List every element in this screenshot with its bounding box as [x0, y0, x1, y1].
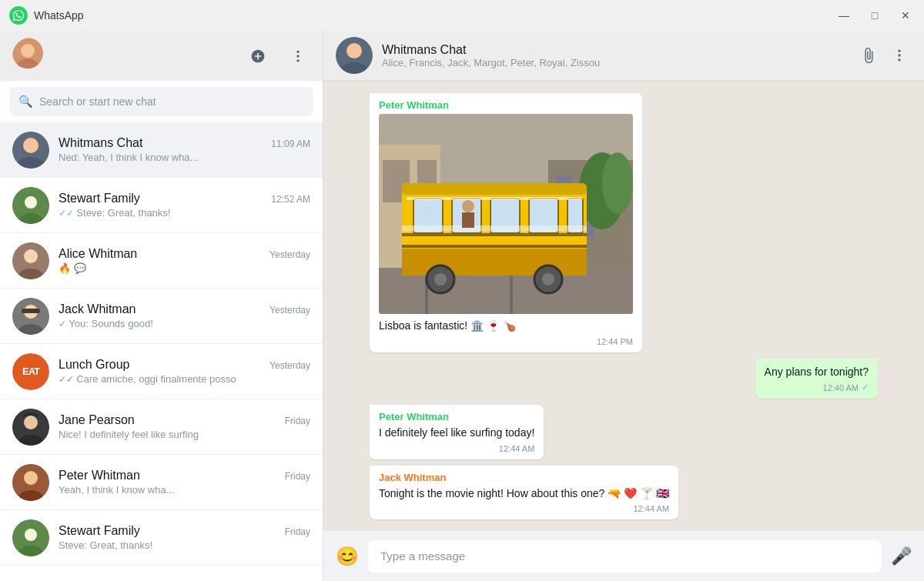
- message-time: 12:40 AM: [823, 383, 859, 392]
- svg-rect-58: [407, 197, 582, 200]
- svg-point-8: [23, 138, 38, 153]
- message-time: 12:44 AM: [499, 444, 534, 453]
- message-sender: Jack Whitman: [379, 472, 669, 483]
- message-text: Any plans for tonight?: [765, 365, 869, 380]
- app-title: WhatsApp: [34, 9, 84, 22]
- chat-header: Whitmans Chat Alice, Francis, Jack, Marg…: [323, 31, 924, 81]
- chat-item-whitmans[interactable]: Whitmans Chat 11:09 AM Ned: Yeah, I thin…: [0, 122, 323, 178]
- minimize-button[interactable]: —: [835, 6, 853, 25]
- chat-panel: Whitmans Chat Alice, Francis, Jack, Marg…: [323, 31, 924, 581]
- svg-rect-67: [462, 212, 474, 228]
- svg-point-5: [296, 55, 299, 57]
- svg-point-0: [9, 6, 28, 25]
- message-footer: 12:44 PM: [379, 337, 633, 346]
- chat-item-jack[interactable]: Jack Whitman Yesterday ✓ You: Sounds goo…: [0, 289, 323, 344]
- chat-avatar: [12, 519, 49, 556]
- messages-area: Peter Whitman: [323, 81, 924, 531]
- chat-avatar: [12, 187, 49, 224]
- message-footer: 12:44 AM: [379, 444, 534, 453]
- new-chat-button[interactable]: [246, 44, 270, 68]
- chat-list: Whitmans Chat 11:09 AM Ned: Yeah, I thin…: [0, 122, 323, 581]
- svg-point-33: [898, 54, 900, 56]
- chat-info: Stewart Family 12:52 AM ✓✓ Steve: Great,…: [59, 192, 310, 219]
- message-text: Lisboa is fantastic! 🏛️ 🍷 🍗: [379, 319, 516, 334]
- svg-rect-65: [402, 225, 587, 232]
- chat-avatar: [12, 132, 49, 169]
- sidebar: 🔍 Whitman: [0, 31, 323, 581]
- chat-header-info: Whitmans Chat Alice, Francis, Jack, Marg…: [382, 43, 847, 68]
- svg-rect-18: [22, 309, 40, 313]
- message-tick: ✓: [862, 382, 869, 392]
- svg-point-64: [542, 273, 554, 285]
- message-sender: Peter Whitman: [379, 411, 534, 422]
- message-time: 12:44 AM: [633, 504, 668, 513]
- message-input[interactable]: [368, 540, 882, 573]
- user-avatar[interactable]: [12, 38, 49, 75]
- chat-item-jane[interactable]: Jane Pearson Friday Nice! I definitely f…: [0, 399, 323, 455]
- chat-info: Alice Whitman Yesterday 🔥 💬: [59, 247, 310, 274]
- chat-info: Stewart Family Friday Steve: Great, than…: [59, 524, 310, 551]
- message-footer: 12:44 AM: [379, 504, 669, 513]
- message-image[interactable]: [379, 114, 633, 314]
- chat-item-peter[interactable]: Peter Whitman Friday Yeah, I think I kno…: [0, 455, 323, 510]
- svg-point-2: [21, 44, 35, 58]
- message-sender: Peter Whitman: [379, 99, 633, 111]
- search-input-wrap: 🔍: [9, 87, 313, 116]
- svg-rect-52: [402, 183, 587, 195]
- single-check: ✓: [59, 319, 69, 329]
- chat-item-stewart[interactable]: Stewart Family 12:52 AM ✓✓ Steve: Great,…: [0, 178, 323, 233]
- svg-rect-60: [402, 245, 587, 248]
- chat-avatar: [12, 464, 49, 501]
- menu-button[interactable]: [286, 44, 310, 68]
- close-button[interactable]: ✕: [896, 6, 915, 25]
- microphone-button[interactable]: 🎤: [891, 546, 912, 566]
- svg-point-49: [602, 152, 633, 214]
- svg-point-21: [24, 416, 38, 429]
- svg-point-11: [25, 196, 37, 209]
- input-bar: 😊 🎤: [323, 531, 924, 581]
- chat-menu-button[interactable]: [887, 43, 912, 68]
- message-bubble: Peter Whitman I definitely feel like sur…: [370, 405, 544, 459]
- svg-point-27: [25, 529, 37, 541]
- chat-header-name: Whitmans Chat: [382, 43, 847, 57]
- chat-avatar: [12, 409, 49, 446]
- svg-point-34: [898, 58, 900, 61]
- svg-rect-47: [510, 272, 513, 314]
- double-check-blue: ✓✓: [59, 208, 76, 219]
- message-bubble: Any plans for tonight? 12:40 AM ✓: [755, 359, 878, 399]
- maximize-button[interactable]: □: [865, 6, 884, 25]
- svg-point-4: [296, 50, 299, 52]
- attach-button[interactable]: [856, 43, 881, 68]
- message-peter-surfing: Peter Whitman I definitely feel like sur…: [370, 405, 544, 459]
- group-avatar[interactable]: [336, 37, 373, 74]
- chat-info: Whitmans Chat 11:09 AM Ned: Yeah, I thin…: [59, 136, 310, 163]
- chat-item-alice[interactable]: Alice Whitman Yesterday 🔥 💬: [0, 233, 323, 289]
- chat-info: Peter Whitman Friday Yeah, I think I kno…: [59, 469, 310, 496]
- svg-point-24: [24, 471, 38, 485]
- chat-info: Lunch Group Yesterday ✓✓ Care amiche, og…: [59, 358, 310, 385]
- message-bubble: Jack Whitman Tonight is the movie night!…: [370, 466, 678, 520]
- window-controls: — □ ✕: [835, 6, 915, 25]
- chat-item-stewart2[interactable]: Stewart Family Friday Steve: Great, than…: [0, 510, 323, 566]
- svg-point-32: [898, 50, 900, 52]
- chat-header-actions: [856, 43, 912, 68]
- svg-point-30: [346, 43, 362, 58]
- message-bubble: Peter Whitman: [370, 93, 642, 352]
- chat-info: Jane Pearson Friday Nice! I definitely f…: [59, 413, 310, 440]
- emoji-button[interactable]: 😊: [336, 546, 359, 567]
- title-bar: WhatsApp — □ ✕: [0, 0, 924, 31]
- message-text: I definitely feel like surfing today!: [379, 426, 534, 441]
- chat-item-lunch[interactable]: EAT Lunch Group Yesterday ✓✓ Care amiche…: [0, 344, 323, 399]
- message-text: Tonight is the movie night! How about th…: [379, 486, 669, 502]
- chat-avatar: [12, 298, 49, 335]
- title-bar-left: WhatsApp: [9, 6, 84, 25]
- svg-point-6: [296, 59, 299, 62]
- svg-point-66: [462, 200, 474, 212]
- chat-info: Jack Whitman Yesterday ✓ You: Sounds goo…: [59, 302, 310, 329]
- chat-header-members: Alice, Francis, Jack, Margot, Peter, Roy…: [382, 57, 847, 68]
- message-footer: 12:40 AM ✓: [765, 382, 869, 392]
- search-input[interactable]: [39, 95, 304, 108]
- message-jack-movie: Jack Whitman Tonight is the movie night!…: [370, 466, 678, 520]
- message-sent-plans: Any plans for tonight? 12:40 AM ✓: [755, 359, 878, 399]
- whatsapp-logo-icon: [9, 6, 28, 25]
